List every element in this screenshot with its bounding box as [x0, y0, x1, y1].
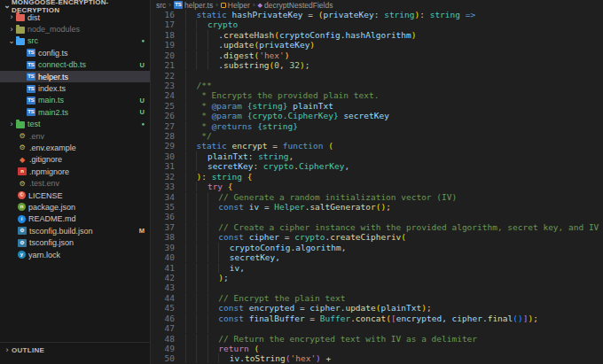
line-number[interactable]: 24 [152, 90, 175, 100]
code-line[interactable]: 28 */ [152, 131, 603, 141]
line-number[interactable]: 37 [152, 222, 175, 232]
code-line[interactable]: 25 * @param {string} plainTxt [152, 101, 603, 111]
tree-item-node-modules[interactable]: ›node_modules [0, 23, 150, 35]
code-line[interactable]: 30 plainTxt: string, [152, 151, 603, 161]
line-number[interactable]: 50 [152, 353, 175, 363]
code-line[interactable]: 42 ); [152, 273, 603, 283]
breadcrumb-item-decryptnestedfields[interactable]: ◆decryptNestedFields [258, 1, 333, 10]
line-number[interactable]: 23 [152, 81, 175, 90]
code-line[interactable]: 38 const cipher = crypto.createCipheriv( [152, 232, 603, 242]
code-line[interactable]: 36 [152, 212, 603, 221]
tree-item-readme-md[interactable]: iREADME.md [0, 213, 150, 225]
code-area[interactable]: 16 static hashPrivateKey = (privateKey: … [152, 10, 603, 364]
line-number[interactable]: 38 [152, 232, 175, 242]
tree-item-main-ts[interactable]: TSmain.tsU [0, 95, 150, 106]
code-line[interactable]: 44 // Encrypt the plain text [152, 293, 603, 303]
tree-item-connect-db-ts[interactable]: TSconnect-db.tsU [0, 59, 150, 71]
code-line[interactable]: 37 // Create a cipher instance with the … [152, 222, 603, 232]
code-line[interactable]: 49 return ( [152, 344, 603, 353]
code-line[interactable]: 16 static hashPrivateKey = (privateKey: … [152, 10, 603, 19]
breadcrumb-item-helper.ts[interactable]: TShelper.ts [174, 1, 213, 10]
line-number[interactable]: 42 [152, 273, 175, 283]
line-number[interactable]: 22 [152, 71, 175, 81]
code-line[interactable]: 45 const encrypted = cipher.update(plain… [152, 303, 603, 313]
code-line[interactable]: 26 * @param {crypto.CipherKey} secretKey [152, 111, 603, 120]
code-line[interactable]: 31 secretKey: crypto.CipherKey, [152, 161, 603, 171]
tree-item-dist[interactable]: ›dist [0, 12, 150, 23]
line-number[interactable]: 25 [152, 101, 175, 111]
code-line[interactable]: 41 iv, [152, 263, 603, 273]
tree-item-label: .gitignore [29, 155, 62, 164]
line-number[interactable]: 34 [152, 192, 175, 202]
line-number[interactable]: 21 [152, 60, 175, 70]
code-line[interactable]: 32 ): string { [152, 172, 603, 182]
line-number[interactable]: 39 [152, 243, 175, 252]
tree-item-main2-ts[interactable]: TSmain2.tsU [0, 106, 150, 118]
code-line[interactable]: 47 [152, 323, 603, 333]
tree-item-index-ts[interactable]: TSindex.ts [0, 82, 150, 94]
line-number[interactable]: 44 [152, 293, 175, 303]
tree-item-package-json[interactable]: npackage.json [0, 201, 150, 213]
tree-item-license[interactable]: ©LICENSE [0, 190, 150, 201]
tree-item--test-env[interactable]: ⚙.test.env [0, 177, 150, 189]
line-number[interactable]: 45 [152, 303, 175, 313]
code-line[interactable]: 34 // Generate a random initialization v… [152, 192, 603, 202]
tree-item--gitignore[interactable]: ◆.gitignore [0, 154, 150, 166]
tree-item-tsconfig-json[interactable]: ⚙tsconfig.json [0, 236, 150, 248]
line-number[interactable]: 41 [152, 263, 175, 273]
code-line[interactable]: 23 /** [152, 81, 603, 90]
line-number[interactable]: 28 [152, 131, 175, 141]
tree-item--env-example[interactable]: ⚙.env.example [0, 142, 150, 153]
tree-item-helper-ts[interactable]: TShelper.ts [0, 71, 150, 82]
tree-item--env[interactable]: ⚙.env [0, 130, 150, 142]
line-number[interactable]: 40 [152, 252, 175, 262]
code-line[interactable]: 21 .substring(0, 32); [152, 60, 603, 70]
line-number[interactable]: 32 [152, 172, 175, 182]
tree-item-src[interactable]: ⌄src● [0, 35, 150, 47]
line-number[interactable]: 19 [152, 40, 175, 50]
line-number[interactable]: 26 [152, 111, 175, 120]
line-number[interactable]: 31 [152, 161, 175, 171]
code-line[interactable]: 19 .update(privateKey) [152, 40, 603, 50]
line-number[interactable]: 29 [152, 141, 175, 151]
tree-item-test[interactable]: ›test● [0, 119, 150, 130]
line-number[interactable]: 33 [152, 182, 175, 191]
code-line[interactable]: 35 const iv = Helper.saltGenerator(); [152, 202, 603, 212]
line-number[interactable]: 30 [152, 151, 175, 161]
code-line[interactable]: 46 const finalBuffer = Buffer.concat([en… [152, 314, 603, 323]
breadcrumb-item-src[interactable]: src [156, 1, 166, 10]
code-line[interactable]: 17 crypto [152, 19, 603, 29]
code-line[interactable]: 33 try { [152, 182, 603, 191]
line-number[interactable]: 18 [152, 30, 175, 40]
line-number[interactable]: 16 [152, 10, 175, 19]
line-number[interactable]: 27 [152, 121, 175, 131]
code-line[interactable]: 39 cryptoConfig.algorithm, [152, 243, 603, 252]
tree-item-config-ts[interactable]: TSconfig.ts [0, 47, 150, 58]
tree-item--npmignore[interactable]: n.npmignore [0, 166, 150, 177]
code-line[interactable]: 43 [152, 283, 603, 292]
code-line[interactable]: 18 .createHash(cryptoConfig.hashAlgorith… [152, 30, 603, 40]
line-number[interactable]: 48 [152, 334, 175, 344]
line-number[interactable]: 43 [152, 283, 175, 292]
method-symbol-icon: ◆ [258, 2, 262, 9]
code-line[interactable]: 40 secretKey, [152, 252, 603, 262]
line-number[interactable]: 49 [152, 344, 175, 353]
code-line[interactable]: 24 * Encrypts the provided plain text. [152, 90, 603, 100]
code-line[interactable]: 20 .digest('hex') [152, 50, 603, 60]
code-line[interactable]: 48 // Return the encrypted text with IV … [152, 334, 603, 344]
code-line[interactable]: 50 iv.toString('hex') + [152, 353, 603, 363]
tree-item-tsconfig-build-json[interactable]: ⚙tsconfig.build.jsonM [0, 225, 150, 236]
explorer-root-header[interactable]: ⌄ MONGOOSE-ENCRYPTION-DECRYPTION [0, 0, 150, 12]
line-number[interactable]: 47 [152, 323, 175, 333]
code-line[interactable]: 22 [152, 71, 603, 81]
code-line[interactable]: 27 * @returns {string} [152, 121, 603, 131]
tree-item-yarn-lock[interactable]: yyarn.lock [0, 249, 150, 260]
line-number[interactable]: 17 [152, 19, 175, 29]
line-number[interactable]: 46 [152, 314, 175, 323]
outline-section-header[interactable]: › OUTLINE [0, 342, 150, 358]
line-number[interactable]: 36 [152, 212, 175, 221]
line-number[interactable]: 35 [152, 202, 175, 212]
line-number[interactable]: 20 [152, 50, 175, 60]
breadcrumb-item-helper[interactable]: Helper [221, 1, 250, 10]
code-line[interactable]: 29 static encrypt = function ( [152, 141, 603, 151]
